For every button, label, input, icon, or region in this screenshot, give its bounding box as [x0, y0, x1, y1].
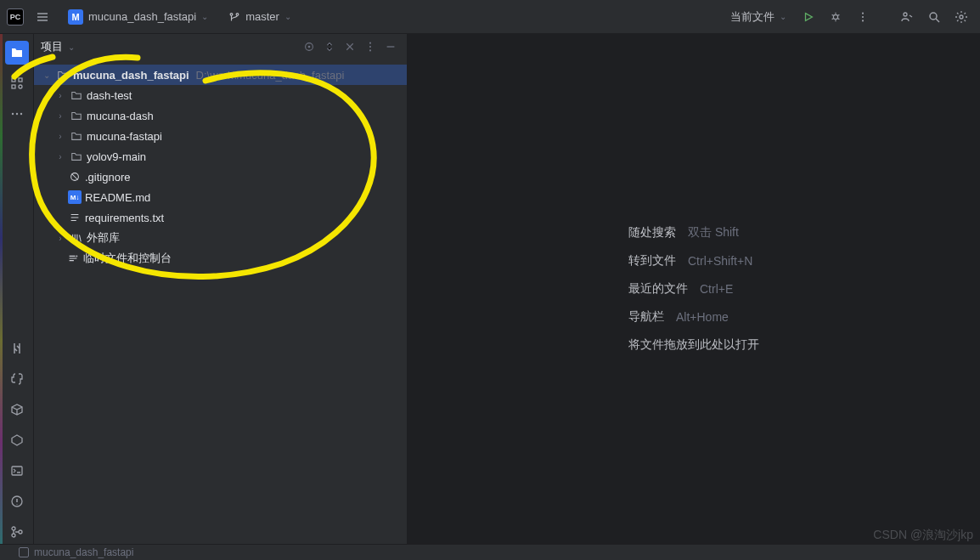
tree-folder[interactable]: › yolov9-main	[34, 146, 407, 167]
svg-point-5	[930, 13, 937, 20]
library-icon	[70, 231, 83, 245]
expand-arrow-icon[interactable]: ›	[54, 91, 66, 100]
svg-point-6	[960, 15, 963, 19]
status-text: mucuna_dash_fastapi	[34, 546, 133, 558]
expand-arrow-icon[interactable]: ›	[54, 152, 66, 161]
svg-rect-14	[12, 467, 22, 475]
tree-root-name: mucuna_dash_fastapi	[73, 69, 189, 82]
folder-icon	[70, 129, 83, 143]
folder-icon	[70, 88, 83, 102]
hint-nav-bar: 导航栏 Alt+Home	[628, 309, 759, 325]
packages-tool-button[interactable]	[5, 398, 29, 421]
tree-folder[interactable]: › mucuna-fastapi	[34, 126, 407, 146]
markdown-icon: M↓	[68, 190, 82, 204]
branch-name: master	[245, 10, 279, 23]
svg-point-22	[369, 46, 371, 48]
module-icon: M	[68, 9, 83, 25]
svg-point-16	[12, 527, 15, 530]
svg-rect-9	[12, 85, 15, 88]
tree-file-requirements[interactable]: requirements.txt	[34, 207, 407, 228]
main-wrap: 项目 ⌄ ⌄ mucuna_dash_fastapi D:\work\mucun…	[0, 34, 980, 544]
tree-folder[interactable]: › dash-test	[34, 85, 407, 105]
hint-goto-file: 转到文件 Ctrl+Shift+N	[628, 253, 759, 269]
hint-search-everywhere: 随处搜索 双击 Shift	[628, 225, 759, 240]
tree-folder[interactable]: › mucuna-dash	[34, 105, 407, 126]
svg-point-11	[11, 113, 13, 115]
tree-label: mucuna-fastapi	[87, 130, 162, 143]
chevron-down-icon[interactable]: ⌄	[68, 42, 75, 52]
hint-shortcut: 双击 Shift	[688, 225, 739, 240]
tree-label: dash-test	[87, 89, 132, 102]
svg-point-12	[15, 113, 17, 115]
svg-point-0	[833, 14, 837, 19]
options-icon[interactable]	[361, 37, 380, 56]
tree-label: yolov9-main	[87, 150, 146, 163]
expand-arrow-icon[interactable]: ›	[54, 132, 66, 141]
run-button[interactable]	[797, 5, 820, 29]
run-config-selector[interactable]: 当前文件 ⌄	[724, 6, 793, 28]
tree-root-path: D:\work\mucuna_dash_fastapi	[196, 69, 345, 82]
problems-tool-button[interactable]	[5, 489, 29, 513]
chevron-down-icon: ⌄	[284, 12, 291, 21]
python-console-button[interactable]	[5, 367, 29, 391]
close-icon[interactable]	[341, 37, 359, 56]
panel-title: 项目	[41, 39, 63, 54]
tree-scratches[interactable]: 临时文件和控制台	[34, 248, 407, 269]
expand-arrow-icon[interactable]: ›	[54, 111, 66, 121]
hint-recent-files: 最近的文件 Ctrl+E	[628, 281, 759, 297]
debug-button[interactable]	[824, 5, 848, 29]
tree-label: 外部库	[87, 230, 120, 246]
tree-file-gitignore[interactable]: .gitignore	[34, 167, 407, 187]
status-bar: mucuna_dash_fastapi	[0, 545, 980, 560]
editor-area[interactable]: 随处搜索 双击 Shift 转到文件 Ctrl+Shift+N 最近的文件 Ct…	[408, 34, 980, 544]
project-name: mucuna_dash_fastapi	[88, 10, 196, 23]
locate-icon[interactable]	[300, 37, 318, 56]
tree-external-libs[interactable]: › 外部库	[34, 228, 407, 248]
project-selector[interactable]: M mucuna_dash_fastapi ⌄	[61, 6, 215, 28]
code-with-me-icon[interactable]	[895, 5, 919, 29]
branch-selector[interactable]: master ⌄	[222, 7, 298, 26]
svg-point-21	[369, 42, 371, 44]
chevron-down-icon: ⌄	[780, 12, 786, 21]
svg-point-18	[19, 530, 22, 534]
vcs-tool-button[interactable]	[5, 520, 29, 544]
folder-icon	[56, 68, 70, 82]
hint-drop-files: 将文件拖放到此处以打开	[628, 337, 759, 353]
left-tool-rail	[0, 34, 34, 544]
scratch-icon	[66, 252, 80, 265]
svg-point-4	[904, 13, 907, 16]
tree-root[interactable]: ⌄ mucuna_dash_fastapi D:\work\mucuna_das…	[34, 65, 407, 85]
project-tool-button[interactable]	[5, 41, 29, 65]
tree-label: mucuna-dash	[87, 110, 154, 122]
hint-shortcut: Alt+Home	[676, 310, 729, 324]
hint-label: 转到文件	[628, 253, 676, 269]
expand-arrow-icon[interactable]: ⌄	[41, 71, 53, 80]
tree-label: 临时文件和控制台	[83, 251, 172, 266]
svg-point-25	[76, 256, 78, 257]
svg-point-3	[862, 20, 864, 21]
project-panel: 项目 ⌄ ⌄ mucuna_dash_fastapi D:\work\mucun…	[34, 34, 408, 544]
git-tool-button[interactable]	[5, 337, 29, 360]
panel-header: 项目 ⌄	[34, 34, 407, 59]
terminal-tool-button[interactable]	[5, 459, 29, 483]
settings-gear-icon[interactable]	[949, 5, 973, 29]
structure-tool-button[interactable]	[5, 71, 29, 95]
hint-label: 最近的文件	[628, 281, 688, 297]
folder-icon	[70, 150, 83, 163]
main-menu-icon[interactable]	[31, 5, 54, 29]
search-icon[interactable]	[922, 5, 946, 29]
svg-point-10	[19, 85, 22, 88]
app-logo: PC	[7, 8, 24, 25]
tree-label: README.md	[85, 191, 150, 204]
expand-arrow-icon[interactable]: ›	[54, 234, 66, 243]
services-tool-button[interactable]	[5, 428, 29, 452]
svg-rect-7	[12, 78, 15, 82]
svg-point-1	[862, 12, 864, 14]
expand-collapse-icon[interactable]	[320, 37, 339, 56]
minimize-icon[interactable]	[381, 37, 400, 56]
tree-file-readme[interactable]: M↓ README.md	[34, 187, 407, 207]
more-actions-button[interactable]	[851, 5, 875, 29]
left-edge-decoration	[0, 34, 3, 544]
more-tool-button[interactable]	[5, 102, 29, 126]
hint-shortcut: Ctrl+Shift+N	[688, 254, 752, 268]
